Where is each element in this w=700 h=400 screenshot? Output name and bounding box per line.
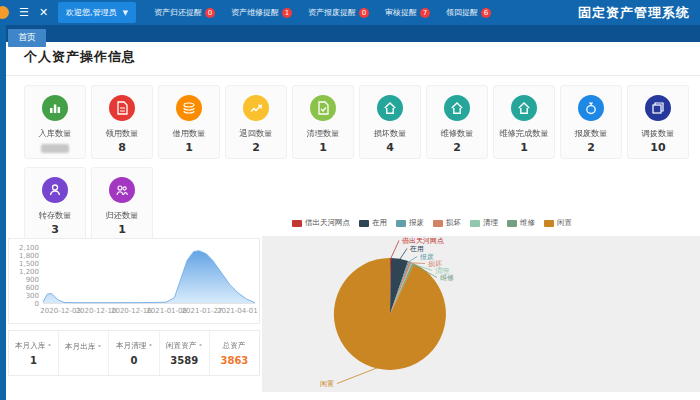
- chevron-down-icon: ▼: [123, 9, 128, 17]
- stat-card-1[interactable]: 领用数量8: [91, 85, 153, 159]
- collapsed-sidebar[interactable]: [0, 25, 6, 400]
- summary-stat-4: 总资产3863: [210, 331, 259, 375]
- legend-label: 闲置: [557, 218, 572, 228]
- card-label: 入库数量: [38, 128, 71, 140]
- legend-swatch: [470, 220, 480, 227]
- nav-item-label: 资产报废提醒: [308, 7, 356, 18]
- nav-item-label: 领回提醒: [446, 7, 478, 18]
- summary-stat-0: 本月入库•1: [9, 331, 59, 375]
- legend-label: 损坏: [446, 218, 461, 228]
- bar-chart-icon: [42, 95, 68, 121]
- pie-slice-闲置[interactable]: [334, 258, 446, 370]
- svg-text:1,500: 1,500: [19, 260, 39, 268]
- card-label: 清理数量: [306, 128, 339, 140]
- pie-chart-panel: 借出天河网点在用报废损坏清理维修闲置 借出天河网点在用报废损坏清理维修闲置: [262, 212, 700, 392]
- summary-stats-panel: 本月入库•1本月出库•本月清理•0闲置资产•3589总资产3863: [8, 330, 260, 376]
- area-chart-svg: 2,1001,8001,5001,20090060030002020-12-03…: [9, 239, 259, 323]
- legend-item-5[interactable]: 维修: [507, 218, 535, 228]
- person-icon: [42, 177, 68, 203]
- legend-swatch: [544, 220, 554, 227]
- card-value: 3: [51, 223, 59, 236]
- layers-icon: [176, 95, 202, 121]
- card-label: 借用数量: [172, 128, 205, 140]
- summary-stat-3: 闲置资产•3589: [160, 331, 210, 375]
- app-logo-icon: [0, 6, 9, 19]
- legend-swatch: [433, 220, 443, 227]
- legend-item-1[interactable]: 在用: [359, 218, 387, 228]
- stat-card-10[interactable]: 转存数量3: [24, 167, 86, 241]
- pie-label-在用: 在用: [409, 245, 424, 253]
- legend-item-3[interactable]: 损坏: [433, 218, 461, 228]
- card-value: 8: [118, 141, 126, 154]
- nav-item-4[interactable]: 领回提醒6: [446, 7, 491, 18]
- stat-label: 总资产: [223, 340, 246, 350]
- nav-item-3[interactable]: 审核提醒7: [385, 7, 430, 18]
- nav-item-label: 资产归还提醒: [154, 7, 202, 18]
- pie-chart: 借出天河网点在用报废损坏清理维修闲置: [262, 236, 700, 396]
- legend-label: 报废: [409, 218, 424, 228]
- legend-item-2[interactable]: 报废: [396, 218, 424, 228]
- nav-item-label: 审核提醒: [385, 7, 417, 18]
- stat-card-2[interactable]: 借用数量1: [158, 85, 220, 159]
- nav-item-0[interactable]: 资产归还提醒0: [154, 7, 215, 18]
- stat-card-7[interactable]: 维修完成数量1: [493, 85, 555, 159]
- pie-chart-svg: 借出天河网点在用报废损坏清理维修闲置: [262, 236, 700, 392]
- trend-icon: [243, 95, 269, 121]
- stat-label: 闲置资产•: [166, 340, 203, 350]
- card-label: 损坏数量: [373, 128, 406, 140]
- legend-swatch: [359, 220, 369, 227]
- stat-card-6[interactable]: 维修数量2: [426, 85, 488, 159]
- notification-badge: 0: [359, 8, 369, 18]
- home-icon: [511, 95, 537, 121]
- pie-label-闲置: 闲置: [320, 380, 334, 388]
- svg-text:600: 600: [26, 284, 39, 292]
- card-value: 1: [520, 141, 528, 154]
- user-dropdown-label: 欢迎您,管理员: [66, 7, 117, 18]
- card-value: 2: [453, 141, 461, 154]
- nav-item-2[interactable]: 资产报废提醒0: [308, 7, 369, 18]
- svg-text:2,100: 2,100: [19, 244, 39, 252]
- nav-item-1[interactable]: 资产维修提醒1: [231, 7, 292, 18]
- stat-card-0[interactable]: 入库数量: [24, 85, 86, 159]
- card-value: 1: [118, 223, 126, 236]
- app-title: 固定资产管理系统: [578, 4, 700, 22]
- summary-stat-2: 本月清理•0: [109, 331, 159, 375]
- home-icon: [377, 95, 403, 121]
- section-title: 个人资产操作信息: [24, 48, 136, 66]
- legend-item-6[interactable]: 闲置: [544, 218, 572, 228]
- money-bag-icon: [578, 95, 604, 121]
- stat-value: 3863: [220, 355, 248, 366]
- svg-text:0: 0: [35, 300, 39, 308]
- stat-card-4[interactable]: 清理数量1: [292, 85, 354, 159]
- card-label: 归还数量: [105, 210, 138, 222]
- stat-card-8[interactable]: 报废数量2: [560, 85, 622, 159]
- tab-home[interactable]: 首页: [8, 29, 46, 47]
- section-divider: [0, 75, 700, 76]
- pie-legend: 借出天河网点在用报废损坏清理维修闲置: [262, 216, 602, 230]
- svg-text:1,200: 1,200: [19, 268, 39, 276]
- stat-card-9[interactable]: 调拨数量10: [627, 85, 689, 159]
- legend-item-4[interactable]: 清理: [470, 218, 498, 228]
- close-icon[interactable]: ✕: [39, 0, 48, 25]
- summary-stat-1: 本月出库•: [59, 331, 109, 375]
- people-icon: [109, 177, 135, 203]
- svg-text:1,800: 1,800: [19, 252, 39, 260]
- legend-item-0[interactable]: 借出天河网点: [292, 218, 350, 228]
- card-label: 领用数量: [105, 128, 138, 140]
- card-label: 退回数量: [239, 128, 272, 140]
- notification-badge: 6: [481, 8, 491, 18]
- legend-swatch: [292, 220, 302, 227]
- home-icon: [444, 95, 470, 121]
- hamburger-menu-icon[interactable]: ☰: [19, 0, 29, 25]
- legend-label: 在用: [372, 218, 387, 228]
- card-value: 1: [319, 141, 327, 154]
- user-dropdown[interactable]: 欢迎您,管理员 ▼: [58, 2, 136, 23]
- stat-label: 本月出库•: [65, 341, 102, 351]
- stat-card-3[interactable]: 退回数量2: [225, 85, 287, 159]
- stat-card-11[interactable]: 归还数量1: [91, 167, 153, 241]
- card-label: 调拨数量: [641, 128, 674, 140]
- notification-badge: 7: [420, 8, 430, 18]
- redacted-value: [41, 144, 69, 153]
- stat-card-5[interactable]: 损坏数量4: [359, 85, 421, 159]
- notification-badge: 1: [282, 8, 292, 18]
